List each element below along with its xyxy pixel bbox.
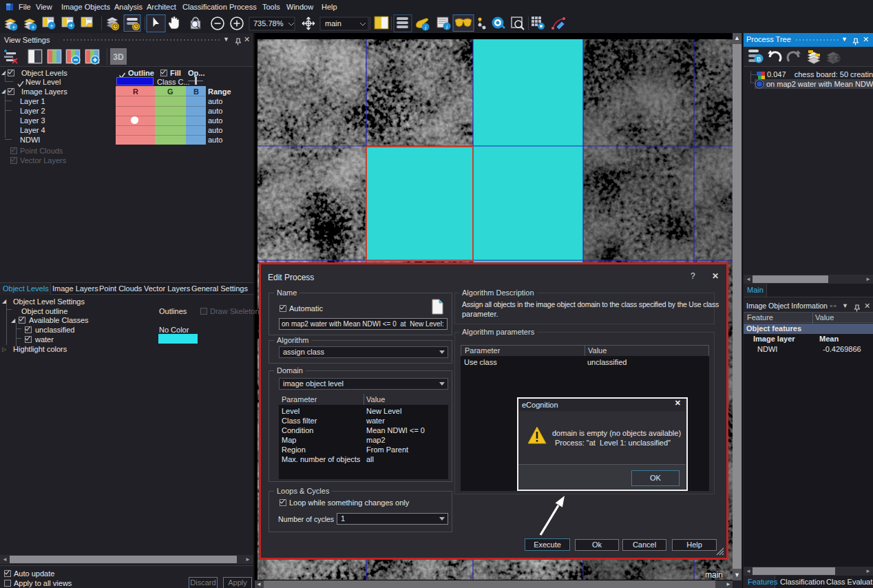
- svg-text:main: main: [705, 570, 723, 580]
- svg-text:B: B: [757, 56, 761, 63]
- svg-text:735.78%: 735.78%: [253, 19, 284, 28]
- svg-text:3D: 3D: [113, 52, 124, 62]
- svg-text:+: +: [50, 23, 53, 30]
- svg-text:+: +: [12, 24, 15, 31]
- svg-text:main: main: [325, 19, 341, 28]
